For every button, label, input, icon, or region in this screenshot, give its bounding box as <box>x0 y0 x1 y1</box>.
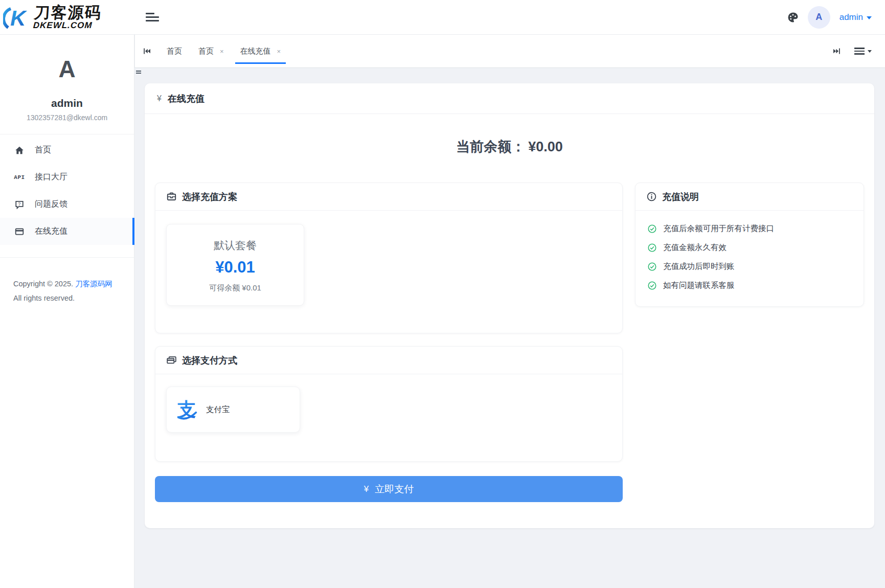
sidebar: A admin 1302357281@dkewl.com 首页 API 接口大厅… <box>0 35 134 588</box>
info-item: 如有问题请联系客服 <box>648 280 851 291</box>
alipay-icon: 支 <box>175 398 199 421</box>
tabs-options-menu[interactable] <box>854 46 872 56</box>
tab-bar: 首页 首页 × 在线充值 × <box>134 35 885 68</box>
svg-text:K: K <box>10 6 27 30</box>
brand-k-icon: K <box>3 3 32 32</box>
main-content: ¥ 在线充值 当前余额：¥0.00 <box>134 68 885 588</box>
current-balance: 当前余额：¥0.00 <box>155 138 864 156</box>
wallet-icon <box>167 192 176 201</box>
check-circle-icon <box>648 262 656 271</box>
payment-method-alipay[interactable]: 支 支付宝 <box>166 387 300 433</box>
info-item: 充值后余额可用于所有计费接口 <box>648 223 851 234</box>
profile-username: admin <box>0 97 134 109</box>
svg-text:?: ? <box>18 201 20 207</box>
tabs-scroll-start-icon[interactable] <box>135 47 158 55</box>
plan-panel-title: 选择充值方案 <box>182 191 237 203</box>
payment-method-name: 支付宝 <box>206 404 230 415</box>
sidebar-item-online-recharge[interactable]: 在线充值 <box>0 218 134 245</box>
copyright-link[interactable]: 刀客源码网 <box>75 280 112 288</box>
profile-avatar-letter: A <box>0 55 134 83</box>
yen-icon: ¥ <box>157 94 162 103</box>
balance-label: 当前余额： <box>456 139 525 154</box>
top-navbar: K 刀客源码 DKEWL.COM A admin <box>0 0 885 35</box>
package-note: 可得余额 ¥0.01 <box>167 283 304 293</box>
api-icon: API <box>14 174 25 180</box>
chevron-down-icon <box>867 16 872 19</box>
page-title: 在线充值 <box>168 93 205 105</box>
recharge-card-header: ¥ 在线充值 <box>145 83 874 114</box>
copyright: Copyright © 2025. 刀客源码网 All rights reser… <box>0 277 134 305</box>
sidebar-toggle-icon[interactable] <box>146 11 159 24</box>
pay-now-button[interactable]: ¥ 立即支付 <box>155 476 623 502</box>
package-option-default[interactable]: 默认套餐 ¥0.01 可得余额 ¥0.01 <box>166 224 304 306</box>
tabs-scroll-end-icon[interactable] <box>833 47 841 55</box>
yen-icon: ¥ <box>364 484 369 494</box>
pay-panel-title: 选择支付方式 <box>182 354 237 367</box>
sidebar-menu: 首页 API 接口大厅 ? 问题反馈 在线充值 <box>0 137 134 245</box>
balance-value: ¥0.00 <box>528 139 563 154</box>
cards-icon <box>167 355 176 365</box>
sidebar-item-home[interactable]: 首页 <box>0 137 134 164</box>
info-panel-title: 充值说明 <box>662 191 699 203</box>
pay-method-panel: 选择支付方式 支 <box>155 346 623 462</box>
navbar-username: admin <box>839 12 863 22</box>
info-item: 充值成功后即时到账 <box>648 261 851 272</box>
sidebar-item-feedback[interactable]: ? 问题反馈 <box>0 191 134 218</box>
check-circle-icon <box>648 281 656 290</box>
close-tab-icon[interactable]: × <box>220 48 224 55</box>
tab-home-2[interactable]: 首页 × <box>190 35 232 67</box>
info-circle-icon <box>647 192 656 201</box>
home-icon <box>14 146 25 155</box>
check-circle-icon <box>648 224 656 233</box>
sidebar-item-api-hall[interactable]: API 接口大厅 <box>0 164 134 191</box>
list-icon <box>854 46 865 56</box>
brand-domain: DKEWL.COM <box>33 21 101 30</box>
credit-card-icon <box>14 227 25 236</box>
close-tab-icon[interactable]: × <box>277 48 281 55</box>
info-item: 充值金额永久有效 <box>648 242 851 253</box>
chevron-down-icon <box>868 50 872 53</box>
profile-email: 1302357281@dkewl.com <box>0 114 134 122</box>
check-circle-icon <box>648 243 656 252</box>
feedback-icon: ? <box>14 200 25 209</box>
recharge-info-panel: 充值说明 充值后余额可用于所有计费接口 <box>635 183 864 307</box>
sidebar-profile: A admin 1302357281@dkewl.com <box>0 55 134 122</box>
package-price: ¥0.01 <box>167 258 304 277</box>
tab-home-1[interactable]: 首页 <box>158 35 190 67</box>
user-dropdown[interactable]: admin <box>839 12 872 22</box>
recharge-card: ¥ 在线充值 当前余额：¥0.00 <box>145 83 874 528</box>
package-name: 默认套餐 <box>167 238 304 253</box>
theme-palette-icon[interactable] <box>787 12 799 23</box>
brand-logo[interactable]: K 刀客源码 DKEWL.COM <box>0 3 134 32</box>
tab-online-recharge[interactable]: 在线充值 × <box>232 35 289 67</box>
plan-panel: 选择充值方案 默认套餐 ¥0.01 可得余额 ¥0.01 <box>155 183 623 333</box>
breadcrumb-collapse-icon[interactable] <box>136 70 141 75</box>
navbar-avatar[interactable]: A <box>808 6 830 29</box>
brand-title: 刀客源码 <box>34 5 102 20</box>
